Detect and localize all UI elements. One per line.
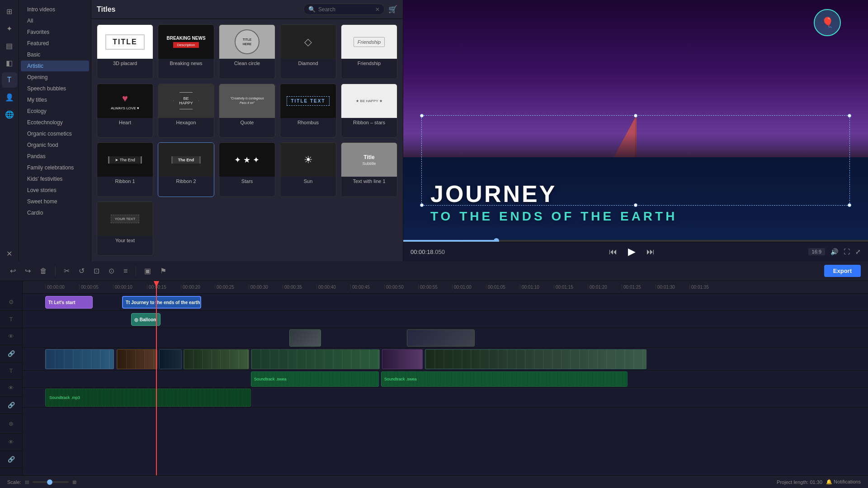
sidebar-item-artistic[interactable]: Artistic bbox=[21, 61, 89, 71]
sidebar-item-opening[interactable]: Opening bbox=[21, 72, 89, 83]
title-card-ribbon1[interactable]: ➤ The End Ribbon 1 bbox=[97, 142, 153, 197]
sidebar-item-kids-festivities[interactable]: Kids' festivities bbox=[21, 174, 89, 184]
sidebar-item-ecotechnology[interactable]: Ecotechnology bbox=[21, 117, 89, 128]
nav-x-icon[interactable]: ✕ bbox=[2, 246, 17, 261]
film-segment-3[interactable] bbox=[159, 349, 182, 369]
tl-link2-icon[interactable]: 🔗 bbox=[0, 397, 22, 414]
clip-lets-start[interactable]: Tt Let's start bbox=[45, 296, 93, 309]
nav-media-icon[interactable]: ▤ bbox=[2, 38, 17, 53]
ruler-mark-11: 00:00:55 bbox=[418, 285, 452, 290]
nav-user-icon[interactable]: 👤 bbox=[2, 89, 17, 105]
tl-add-text-icon[interactable]: T bbox=[0, 311, 22, 328]
audio-clip-2[interactable]: Soundtrack .swea bbox=[381, 371, 627, 387]
fullscreen-icon[interactable]: ⤢ bbox=[855, 248, 861, 255]
film-segment-4[interactable] bbox=[184, 349, 249, 369]
tl-add-text2-icon[interactable]: T bbox=[0, 362, 22, 380]
clip-journey[interactable]: Tt Journey to the ends of the earth bbox=[122, 296, 201, 309]
play-back-button[interactable]: ⏮ bbox=[606, 246, 620, 258]
search-bar[interactable]: 🔍 ✕ bbox=[303, 4, 385, 15]
sidebar-item-intro-videos[interactable]: Intro videos bbox=[21, 4, 89, 15]
cart-icon[interactable]: 🛒 bbox=[388, 5, 397, 14]
search-input[interactable] bbox=[318, 6, 373, 13]
play-forward-button[interactable]: ⏭ bbox=[644, 246, 657, 258]
video-clip-small-1[interactable] bbox=[289, 329, 321, 347]
flag-button[interactable]: ⚑ bbox=[157, 265, 169, 277]
title-card-cleancircle[interactable]: TITLEHERE Clean circle bbox=[219, 24, 275, 79]
title-card-breakingnews[interactable]: BREAKING NEWS Description Breaking news bbox=[158, 24, 214, 79]
sidebar-item-organic-cosmetics[interactable]: Organic cosmetics bbox=[21, 128, 89, 139]
video-clip-small-2[interactable] bbox=[407, 329, 475, 347]
title-card-textwithline1[interactable]: Title Subtitle Text with line 1 bbox=[341, 142, 397, 197]
progress-bar[interactable] bbox=[403, 240, 868, 242]
sidebar-item-basic[interactable]: Basic bbox=[21, 49, 89, 60]
nav-grid-icon[interactable]: ⊞ bbox=[2, 4, 17, 19]
rotate-button[interactable]: ↺ bbox=[76, 265, 87, 277]
sidebar-item-speech-bubbles[interactable]: Speech bubbles bbox=[21, 83, 89, 94]
sidebar-item-my-titles[interactable]: My titles bbox=[21, 94, 89, 105]
sidebar-item-love-stories[interactable]: Love stories bbox=[21, 185, 89, 196]
sidebar-item-ecology[interactable]: Ecology bbox=[21, 106, 89, 117]
nav-magic-icon[interactable]: ✦ bbox=[2, 21, 17, 36]
tl-lock-icon[interactable]: 👁 bbox=[0, 328, 22, 345]
scale-slider[interactable] bbox=[33, 481, 69, 483]
title-card-rhombus[interactable]: TITLE TEXT Rhombus bbox=[280, 84, 336, 138]
sidebar-item-sweet-home[interactable]: Sweet home bbox=[21, 196, 89, 207]
expand-icon[interactable]: ⛶ bbox=[844, 248, 850, 255]
delete-button[interactable]: 🗑 bbox=[37, 265, 50, 277]
sidebar-item-featured[interactable]: Featured bbox=[21, 38, 89, 49]
play-pause-button[interactable]: ▶ bbox=[625, 245, 638, 258]
film-segment-1[interactable] bbox=[45, 349, 114, 369]
title-card-sun[interactable]: ☀ Sun bbox=[280, 142, 336, 197]
card-preview-ribbonstars: ★ BE HAPPY ★ bbox=[356, 99, 382, 103]
sidebar-item-cardio[interactable]: Cardio bbox=[21, 207, 89, 218]
film-segment-5[interactable] bbox=[251, 349, 380, 369]
clear-search-icon[interactable]: ✕ bbox=[375, 6, 380, 13]
tl-link-icon[interactable]: 🔗 bbox=[0, 345, 22, 362]
title-card-diamond[interactable]: ◇ Diamond bbox=[280, 24, 336, 79]
title-card-friendship[interactable]: Friendship Friendship bbox=[341, 24, 397, 79]
title-card-quote[interactable]: "Creativity is contagiousPass it on" Quo… bbox=[219, 84, 275, 138]
tl-eye-icon2[interactable]: 👁 bbox=[0, 380, 22, 397]
title-card-yourtext[interactable]: YOUR TEXT Your text bbox=[97, 202, 153, 256]
scale-knob[interactable] bbox=[47, 479, 52, 485]
crop-button[interactable]: ⊡ bbox=[91, 265, 102, 277]
sidebar-item-all[interactable]: All bbox=[21, 15, 89, 26]
clock-button[interactable]: ⊙ bbox=[106, 265, 117, 277]
title-card-ribbon2[interactable]: The End Ribbon 2 bbox=[158, 142, 214, 197]
title-card-hexagon[interactable]: BEHAPPY Hexagon bbox=[158, 84, 214, 138]
undo-button[interactable]: ↩ bbox=[7, 265, 19, 277]
main-audio-clip[interactable]: Soundtrack .mp3 bbox=[45, 389, 251, 407]
export-button[interactable]: Export bbox=[824, 265, 861, 277]
list-button[interactable]: ≡ bbox=[121, 265, 130, 277]
tl-layers-icon[interactable]: ⊕ bbox=[0, 414, 22, 434]
sidebar-item-favorites[interactable]: Favorites bbox=[21, 27, 89, 38]
notifications-button[interactable]: 🔔 Notifications bbox=[826, 479, 861, 485]
cut-button[interactable]: ✂ bbox=[61, 265, 72, 277]
clip-balloon[interactable]: ◎ Balloon bbox=[131, 313, 160, 326]
progress-handle[interactable] bbox=[494, 238, 499, 242]
clip-label: ◎ Balloon bbox=[134, 317, 156, 322]
tl-link3-icon[interactable]: 🔗 bbox=[0, 451, 22, 468]
film-segment-6[interactable] bbox=[382, 349, 423, 369]
film-segment-7[interactable] bbox=[425, 349, 646, 369]
title-card-stars[interactable]: ✦ ★ ✦ Stars bbox=[219, 142, 275, 197]
title-card-heart[interactable]: ♥ ALWAYS LOVE ♥ Heart bbox=[97, 84, 153, 138]
volume-icon[interactable]: 🔊 bbox=[830, 248, 838, 255]
titles-heading: Titles bbox=[97, 5, 300, 14]
tl-eye3-icon[interactable]: 👁 bbox=[0, 434, 22, 451]
nav-text-icon[interactable]: T bbox=[2, 72, 17, 88]
sidebar-item-family-celebrations[interactable]: Family celebrations bbox=[21, 162, 89, 173]
audio-clip-1[interactable]: Soundtrack .swea bbox=[251, 371, 379, 387]
title-card-ribbonstars[interactable]: ★ BE HAPPY ★ Ribbon – stars bbox=[341, 84, 397, 138]
sidebar-item-pandas[interactable]: Pandas bbox=[21, 151, 89, 162]
tl-settings-icon[interactable]: ⚙ bbox=[0, 294, 22, 311]
monitor-button[interactable]: ▣ bbox=[142, 265, 154, 277]
divider-2 bbox=[136, 267, 136, 276]
nav-globe-icon[interactable]: 🌐 bbox=[2, 107, 17, 122]
ruler-mark-9: 00:00:45 bbox=[350, 285, 384, 290]
title-card-3dplacard[interactable]: TITLE 3D placard bbox=[97, 24, 153, 79]
film-segment-2[interactable] bbox=[117, 349, 157, 369]
sidebar-item-organic-food[interactable]: Organic food bbox=[21, 140, 89, 150]
nav-transitions-icon[interactable]: ◧ bbox=[2, 55, 17, 70]
redo-button[interactable]: ↪ bbox=[22, 265, 33, 277]
